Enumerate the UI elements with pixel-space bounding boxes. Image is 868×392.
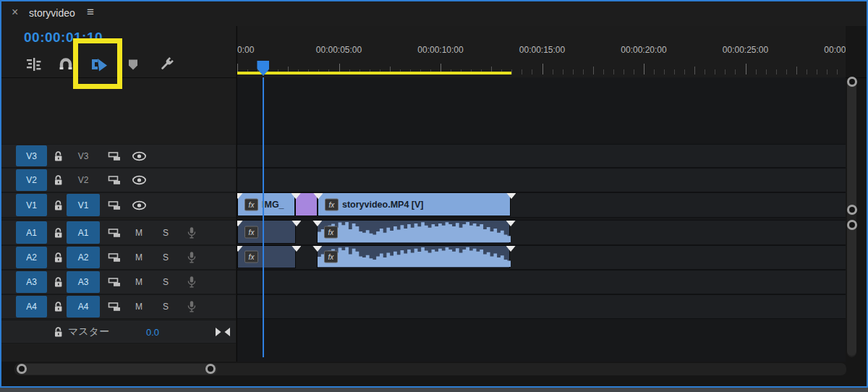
track-lane[interactable] <box>237 294 846 319</box>
ruler-tick <box>756 69 757 74</box>
mic-icon <box>187 251 197 264</box>
fx-badge[interactable]: fx <box>244 226 258 238</box>
solo-toggle[interactable]: S <box>157 270 174 294</box>
source-patch-a4[interactable]: A4 <box>16 296 47 318</box>
solo-toggle[interactable]: S <box>157 295 174 318</box>
voiceover-record-toggle[interactable] <box>183 246 200 269</box>
track-lock-toggle[interactable] <box>49 221 67 244</box>
video-clip[interactable]: fxstoryvideo.MP4 [V] <box>318 192 511 216</box>
mic-icon <box>187 226 197 239</box>
sync-lock-toggle[interactable] <box>106 246 123 269</box>
master-track-row: マスター0.0 <box>1 320 236 344</box>
video-scrollbar-bottom-handle[interactable] <box>847 205 857 215</box>
ruler-tick <box>542 64 543 74</box>
video-scrollbar-top-handle[interactable] <box>847 77 857 87</box>
track-lane[interactable] <box>237 270 846 294</box>
mute-toggle[interactable]: M <box>130 270 148 294</box>
sync-lock-toggle[interactable] <box>106 169 123 192</box>
clip-label: storyvideo.MP4 [V] <box>342 200 424 210</box>
track-target-v3[interactable]: V3 <box>67 145 100 166</box>
ruler-label: 00:00:30:00 <box>824 45 846 55</box>
sync-lock-toggle[interactable] <box>106 270 123 294</box>
track-lock-toggle[interactable] <box>49 295 67 318</box>
transition-clip[interactable] <box>295 192 318 216</box>
eye-icon <box>132 151 147 161</box>
playhead-line[interactable] <box>263 77 264 357</box>
track-lane[interactable] <box>237 144 846 168</box>
ruler-tick <box>786 69 787 74</box>
track-target-a2[interactable]: A2 <box>67 247 100 268</box>
video-scrollbar-thumb[interactable] <box>847 80 856 216</box>
source-patch-a1[interactable]: A1 <box>16 221 47 244</box>
time-ruler[interactable]: 00:00:0000:00:05:0000:00:10:0000:00:15:0… <box>237 26 846 77</box>
track-lock-toggle[interactable] <box>49 169 67 192</box>
horizontal-scrollbar-thumb[interactable] <box>17 364 217 375</box>
track-output-eye-toggle[interactable] <box>130 169 148 192</box>
clip-in-handle <box>237 246 243 252</box>
fit-icon <box>215 327 231 337</box>
mute-toggle[interactable]: M <box>130 221 148 244</box>
mute-toggle[interactable]: M <box>130 246 148 269</box>
audio-scrollbar-top-handle[interactable] <box>847 220 857 230</box>
zoom-handle-left[interactable] <box>17 364 27 374</box>
track-lock-toggle[interactable] <box>49 320 67 343</box>
track-target-a3[interactable]: A3 <box>67 271 100 293</box>
track-lane[interactable] <box>237 168 846 192</box>
sync-lock-icon <box>108 150 122 162</box>
track-target-a1[interactable]: A1 <box>67 221 100 244</box>
master-track-label: マスター <box>68 325 109 338</box>
sync-lock-icon <box>108 200 122 211</box>
track-output-eye-toggle[interactable] <box>130 145 148 167</box>
ruler-tick <box>705 69 705 74</box>
voiceover-record-toggle[interactable] <box>183 295 200 318</box>
fx-badge[interactable]: fx <box>325 198 339 210</box>
solo-toggle[interactable]: S <box>157 221 174 244</box>
fx-badge[interactable]: fx <box>324 226 338 238</box>
track-lock-toggle[interactable] <box>49 270 67 294</box>
ruler-tick <box>725 69 726 74</box>
ruler-tick <box>511 69 512 74</box>
panel-menu-icon[interactable]: ≡ <box>87 5 94 20</box>
ruler-tick <box>522 69 522 74</box>
track-lock-toggle[interactable] <box>49 246 67 269</box>
lock-icon <box>53 252 64 263</box>
master-volume-value[interactable]: 0.0 <box>146 326 159 337</box>
sync-lock-toggle[interactable] <box>106 193 123 217</box>
solo-toggle[interactable]: S <box>157 246 174 269</box>
mute-toggle[interactable]: M <box>130 295 148 318</box>
ruler-label: 00:00:00 <box>237 45 254 55</box>
audio-clip[interactable]: fx <box>317 245 510 268</box>
fx-badge[interactable]: fx <box>324 251 338 263</box>
source-patch-a2[interactable]: A2 <box>16 247 47 268</box>
zoom-handle-right[interactable] <box>205 364 216 374</box>
source-patch-a3[interactable]: A3 <box>16 271 47 293</box>
fx-badge[interactable]: fx <box>244 198 258 210</box>
track-output-eye-toggle[interactable] <box>130 193 148 217</box>
close-icon[interactable]: × <box>12 6 18 19</box>
track-lock-toggle[interactable] <box>49 145 67 167</box>
track-target-v2[interactable]: V2 <box>67 169 100 191</box>
track-lock-toggle[interactable] <box>49 193 67 217</box>
sync-lock-toggle[interactable] <box>106 295 123 318</box>
video-clip[interactable]: fxIMG_ <box>237 192 295 216</box>
timeline-clip-area[interactable]: fxIMG_fxstoryvideo.MP4 [V]fxfxfxfx <box>237 77 846 362</box>
voiceover-record-toggle[interactable] <box>183 270 200 294</box>
source-patch-v2[interactable]: V2 <box>16 169 47 191</box>
fx-badge[interactable]: fx <box>244 251 258 263</box>
panel-tab-title[interactable]: storyvideo <box>29 7 75 19</box>
track-target-a4[interactable]: A4 <box>67 296 100 318</box>
source-patch-v3[interactable]: V3 <box>16 145 47 166</box>
lock-icon <box>53 150 64 162</box>
audio-clip[interactable]: fx <box>317 220 510 244</box>
work-area-bar[interactable] <box>237 72 511 74</box>
audio-scrollbar-thumb[interactable] <box>847 220 856 356</box>
audio-clip[interactable]: fx <box>237 220 296 244</box>
sync-lock-toggle[interactable] <box>106 221 123 244</box>
lock-icon <box>53 301 64 312</box>
sync-lock-toggle[interactable] <box>106 145 123 167</box>
track-target-v1[interactable]: V1 <box>67 194 100 216</box>
audio-clip[interactable]: fx <box>237 245 296 268</box>
voiceover-record-toggle[interactable] <box>183 221 200 244</box>
source-patch-v1[interactable]: V1 <box>16 194 47 216</box>
fit-tracks-icon[interactable] <box>214 320 231 343</box>
